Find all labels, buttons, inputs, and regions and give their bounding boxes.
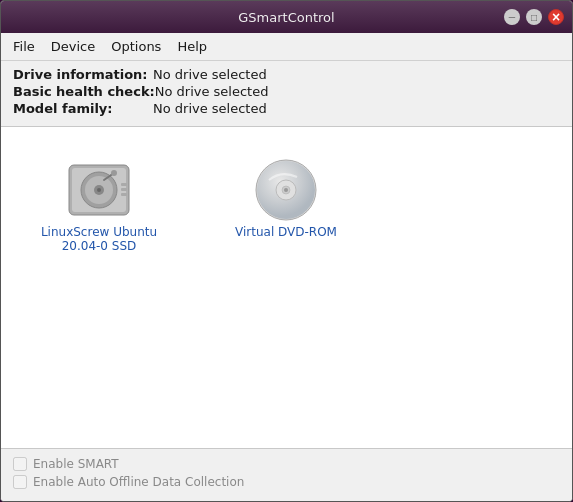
- drive-info-row: Drive information: No drive selected: [13, 67, 560, 82]
- title-bar: GSmartControl: [1, 1, 572, 33]
- svg-rect-9: [121, 188, 127, 191]
- model-label: Model family:: [13, 101, 153, 116]
- dvd-drive-label: Virtual DVD-ROM: [235, 225, 337, 239]
- drive-info-label: Drive information:: [13, 67, 153, 82]
- ssd-drive-label: LinuxScrew Ubuntu 20.04-0 SSD: [39, 225, 159, 253]
- svg-rect-8: [121, 183, 127, 186]
- svg-point-7: [111, 170, 117, 176]
- info-panel: Drive information: No drive selected Bas…: [1, 61, 572, 127]
- window-title: GSmartControl: [69, 10, 504, 25]
- dvd-icon: [251, 155, 321, 225]
- menu-options[interactable]: Options: [103, 35, 169, 58]
- enable-auto-collection-label: Enable Auto Offline Data Collection: [33, 475, 244, 489]
- model-row: Model family: No drive selected: [13, 101, 560, 116]
- svg-rect-10: [121, 193, 127, 196]
- drive-area: LinuxScrew Ubuntu 20.04-0 SSD: [1, 127, 572, 449]
- svg-point-15: [284, 188, 288, 192]
- enable-smart-checkbox[interactable]: [13, 457, 27, 471]
- window-controls: [504, 9, 564, 25]
- ssd-icon: [64, 155, 134, 225]
- close-button[interactable]: [548, 9, 564, 25]
- ssd-drive-item[interactable]: LinuxScrew Ubuntu 20.04-0 SSD: [31, 147, 167, 261]
- menu-bar: File Device Options Help: [1, 33, 572, 61]
- menu-help[interactable]: Help: [169, 35, 215, 58]
- main-window: GSmartControl File Device Options Help D…: [0, 0, 573, 502]
- maximize-button[interactable]: [526, 9, 542, 25]
- bottom-bar: Enable SMART Enable Auto Offline Data Co…: [1, 449, 572, 501]
- enable-smart-label: Enable SMART: [33, 457, 119, 471]
- drive-info-value: No drive selected: [153, 67, 267, 82]
- auto-collection-row: Enable Auto Offline Data Collection: [13, 475, 560, 489]
- menu-device[interactable]: Device: [43, 35, 103, 58]
- dvd-drive-item[interactable]: Virtual DVD-ROM: [227, 147, 345, 247]
- menu-file[interactable]: File: [5, 35, 43, 58]
- health-label: Basic health check:: [13, 84, 155, 99]
- model-value: No drive selected: [153, 101, 267, 116]
- minimize-button[interactable]: [504, 9, 520, 25]
- health-value: No drive selected: [155, 84, 269, 99]
- smart-row: Enable SMART: [13, 457, 560, 471]
- enable-auto-collection-checkbox[interactable]: [13, 475, 27, 489]
- svg-point-5: [97, 188, 101, 192]
- health-row: Basic health check: No drive selected: [13, 84, 560, 99]
